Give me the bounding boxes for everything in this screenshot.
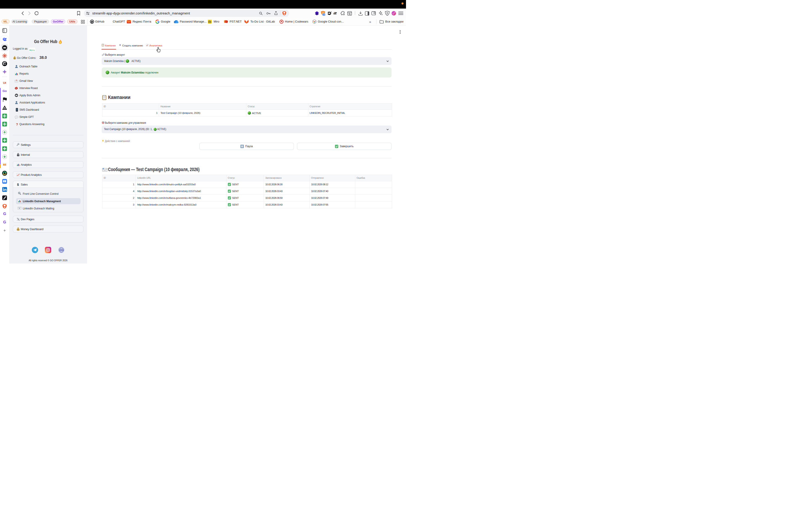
svg-text:19: 19 [323,14,325,16]
